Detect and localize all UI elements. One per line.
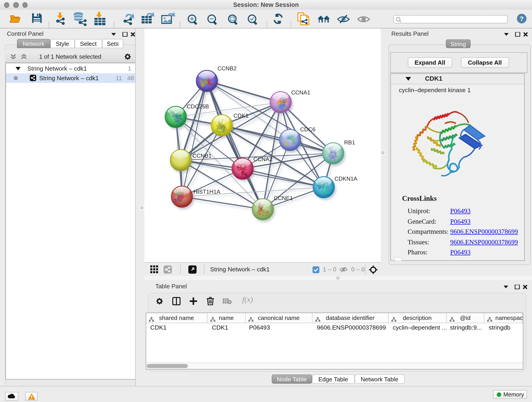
svg-text:CDC6: CDC6 [300, 126, 316, 133]
svg-text:RB1: RB1 [344, 139, 355, 146]
svg-text:CDC25B: CDC25B [187, 103, 209, 109]
svg-text:CCNA2: CCNA2 [253, 156, 272, 162]
svg-text:CDKN1A: CDKN1A [335, 176, 357, 182]
svg-text:CDK1: CDK1 [234, 113, 249, 119]
svg-text:CCNB2: CCNB2 [217, 65, 236, 71]
svg-text:CCNB1: CCNB1 [192, 153, 211, 159]
svg-text:HIST1H1A: HIST1H1A [193, 189, 220, 195]
svg-text:CCNA1: CCNA1 [291, 89, 310, 96]
svg-text:CCNE1: CCNE1 [274, 195, 293, 201]
